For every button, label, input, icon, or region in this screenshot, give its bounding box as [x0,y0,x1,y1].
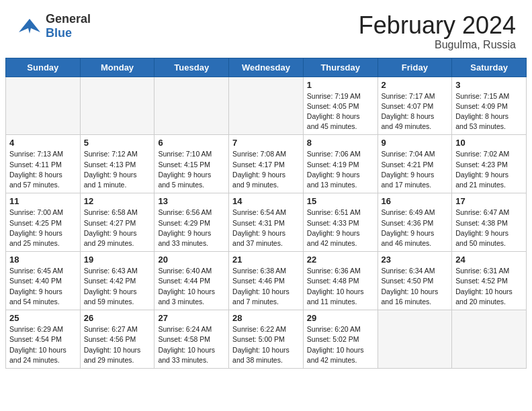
day-info: Sunrise: 7:00 AM Sunset: 4:25 PM Dayligh… [9,208,77,248]
day-info: Sunrise: 6:43 AM Sunset: 4:42 PM Dayligh… [84,266,151,307]
calendar-cell: 16Sunrise: 6:49 AM Sunset: 4:36 PM Dayli… [378,193,452,252]
calendar-header-day: Tuesday [154,58,229,77]
title-block: February 2024 Bugulma, Russia [359,12,516,51]
day-number: 17 [455,196,523,206]
day-info: Sunrise: 7:08 AM Sunset: 4:17 PM Dayligh… [232,149,300,190]
day-number: 24 [455,255,523,265]
day-info: Sunrise: 7:10 AM Sunset: 4:15 PM Dayligh… [158,149,225,190]
calendar-cell [452,310,527,369]
calendar-header-day: Monday [80,58,154,77]
calendar-week-row: 4Sunrise: 7:13 AM Sunset: 4:11 PM Daylig… [6,135,527,193]
day-number: 26 [84,313,151,323]
logo-text: General Blue [46,12,91,40]
day-number: 27 [158,313,225,323]
day-info: Sunrise: 6:56 AM Sunset: 4:29 PM Dayligh… [158,208,225,248]
calendar-cell: 2Sunrise: 7:17 AM Sunset: 4:07 PM Daylig… [378,77,452,135]
day-info: Sunrise: 6:49 AM Sunset: 4:36 PM Dayligh… [382,208,449,248]
day-number: 15 [307,196,374,206]
calendar-cell: 5Sunrise: 7:12 AM Sunset: 4:13 PM Daylig… [80,135,154,193]
logo: General Blue [16,12,91,40]
calendar-cell: 28Sunrise: 6:22 AM Sunset: 5:00 PM Dayli… [229,310,304,369]
logo-icon [16,13,42,39]
day-number: 12 [84,196,151,206]
calendar-cell: 17Sunrise: 6:47 AM Sunset: 4:38 PM Dayli… [452,193,527,252]
day-number: 16 [382,196,449,206]
calendar-cell: 19Sunrise: 6:43 AM Sunset: 4:42 PM Dayli… [80,252,154,310]
calendar-header-row: SundayMondayTuesdayWednesdayThursdayFrid… [6,58,527,77]
calendar-cell: 11Sunrise: 7:00 AM Sunset: 4:25 PM Dayli… [6,193,81,252]
day-info: Sunrise: 7:06 AM Sunset: 4:19 PM Dayligh… [307,149,374,190]
calendar-cell: 10Sunrise: 7:02 AM Sunset: 4:23 PM Dayli… [452,135,527,193]
day-info: Sunrise: 6:31 AM Sunset: 4:52 PM Dayligh… [455,266,523,307]
day-info: Sunrise: 6:36 AM Sunset: 4:48 PM Dayligh… [307,266,374,307]
day-number: 29 [307,313,374,323]
day-number: 23 [382,255,449,265]
calendar-week-row: 18Sunrise: 6:45 AM Sunset: 4:40 PM Dayli… [6,252,527,310]
calendar-cell [6,77,81,135]
day-info: Sunrise: 6:51 AM Sunset: 4:33 PM Dayligh… [307,208,374,248]
day-number: 18 [9,255,77,265]
calendar-header-day: Thursday [303,58,378,77]
day-number: 14 [232,196,300,206]
day-number: 7 [232,138,300,148]
day-info: Sunrise: 7:15 AM Sunset: 4:09 PM Dayligh… [455,91,523,132]
day-number: 4 [9,138,77,148]
calendar-cell [154,77,229,135]
day-number: 1 [307,80,374,90]
day-info: Sunrise: 6:40 AM Sunset: 4:44 PM Dayligh… [158,266,225,307]
calendar-cell: 23Sunrise: 6:34 AM Sunset: 4:50 PM Dayli… [378,252,452,310]
day-info: Sunrise: 6:34 AM Sunset: 4:50 PM Dayligh… [382,266,449,307]
day-info: Sunrise: 6:24 AM Sunset: 4:58 PM Dayligh… [158,324,225,365]
day-info: Sunrise: 7:02 AM Sunset: 4:23 PM Dayligh… [455,149,523,190]
day-info: Sunrise: 7:17 AM Sunset: 4:07 PM Dayligh… [382,91,449,132]
calendar-cell: 29Sunrise: 6:20 AM Sunset: 5:02 PM Dayli… [303,310,378,369]
calendar-cell: 13Sunrise: 6:56 AM Sunset: 4:29 PM Dayli… [154,193,229,252]
calendar-cell: 18Sunrise: 6:45 AM Sunset: 4:40 PM Dayli… [6,252,81,310]
day-number: 21 [232,255,300,265]
calendar-cell: 3Sunrise: 7:15 AM Sunset: 4:09 PM Daylig… [452,77,527,135]
calendar-cell: 14Sunrise: 6:54 AM Sunset: 4:31 PM Dayli… [229,193,304,252]
day-info: Sunrise: 6:27 AM Sunset: 4:56 PM Dayligh… [84,324,151,365]
svg-marker-0 [19,19,40,34]
day-info: Sunrise: 6:29 AM Sunset: 4:54 PM Dayligh… [9,324,77,365]
day-info: Sunrise: 6:22 AM Sunset: 5:00 PM Dayligh… [232,324,300,365]
day-number: 11 [9,196,77,206]
calendar-header-day: Saturday [452,58,527,77]
day-number: 3 [455,80,523,90]
calendar-table: SundayMondayTuesdayWednesdayThursdayFrid… [5,58,527,369]
calendar-cell: 12Sunrise: 6:58 AM Sunset: 4:27 PM Dayli… [80,193,154,252]
calendar-header-day: Friday [378,58,452,77]
day-number: 10 [455,138,523,148]
calendar-cell: 15Sunrise: 6:51 AM Sunset: 4:33 PM Dayli… [303,193,378,252]
calendar-week-row: 25Sunrise: 6:29 AM Sunset: 4:54 PM Dayli… [6,310,527,369]
calendar-cell: 4Sunrise: 7:13 AM Sunset: 4:11 PM Daylig… [6,135,81,193]
calendar-cell: 20Sunrise: 6:40 AM Sunset: 4:44 PM Dayli… [154,252,229,310]
calendar-cell [229,77,304,135]
calendar-cell: 27Sunrise: 6:24 AM Sunset: 4:58 PM Dayli… [154,310,229,369]
day-number: 22 [307,255,374,265]
day-number: 20 [158,255,225,265]
calendar-cell: 22Sunrise: 6:36 AM Sunset: 4:48 PM Dayli… [303,252,378,310]
calendar-cell: 26Sunrise: 6:27 AM Sunset: 4:56 PM Dayli… [80,310,154,369]
day-number: 2 [382,80,449,90]
day-info: Sunrise: 7:04 AM Sunset: 4:21 PM Dayligh… [382,149,449,190]
day-number: 5 [84,138,151,148]
calendar-cell: 6Sunrise: 7:10 AM Sunset: 4:15 PM Daylig… [154,135,229,193]
month-title: February 2024 [359,12,516,39]
calendar-header-day: Wednesday [229,58,304,77]
day-number: 8 [307,138,374,148]
calendar-week-row: 1Sunrise: 7:19 AM Sunset: 4:05 PM Daylig… [6,77,527,135]
calendar-cell [80,77,154,135]
calendar-cell: 1Sunrise: 7:19 AM Sunset: 4:05 PM Daylig… [303,77,378,135]
day-info: Sunrise: 6:38 AM Sunset: 4:46 PM Dayligh… [232,266,300,307]
day-info: Sunrise: 6:54 AM Sunset: 4:31 PM Dayligh… [232,208,300,248]
day-info: Sunrise: 6:20 AM Sunset: 5:02 PM Dayligh… [307,324,374,365]
calendar-week-row: 11Sunrise: 7:00 AM Sunset: 4:25 PM Dayli… [6,193,527,252]
day-info: Sunrise: 6:58 AM Sunset: 4:27 PM Dayligh… [84,208,151,248]
day-number: 6 [158,138,225,148]
calendar-cell: 24Sunrise: 6:31 AM Sunset: 4:52 PM Dayli… [452,252,527,310]
day-info: Sunrise: 6:47 AM Sunset: 4:38 PM Dayligh… [455,208,523,248]
day-number: 28 [232,313,300,323]
day-info: Sunrise: 7:12 AM Sunset: 4:13 PM Dayligh… [84,149,151,190]
calendar-cell: 8Sunrise: 7:06 AM Sunset: 4:19 PM Daylig… [303,135,378,193]
